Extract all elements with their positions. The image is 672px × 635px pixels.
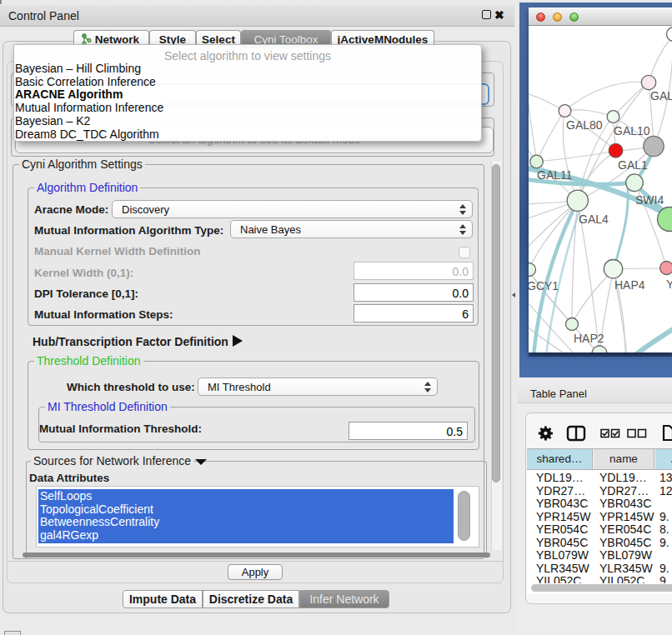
svg-text:HAP2: HAP2 xyxy=(574,332,604,345)
svg-text:GAL4: GAL4 xyxy=(579,212,609,226)
svg-text:Y: Y xyxy=(666,278,672,291)
svg-text:GAL10: GAL10 xyxy=(614,124,650,138)
svg-text:GCY1: GCY1 xyxy=(529,279,559,292)
svg-text:GAL7: GAL7 xyxy=(650,89,672,102)
svg-text:GAL1: GAL1 xyxy=(618,158,648,172)
svg-text:GAL80: GAL80 xyxy=(566,118,603,132)
svg-text:GAL11: GAL11 xyxy=(537,168,573,182)
svg-text:HAP4: HAP4 xyxy=(614,278,645,292)
svg-text:SWI4: SWI4 xyxy=(635,193,664,207)
